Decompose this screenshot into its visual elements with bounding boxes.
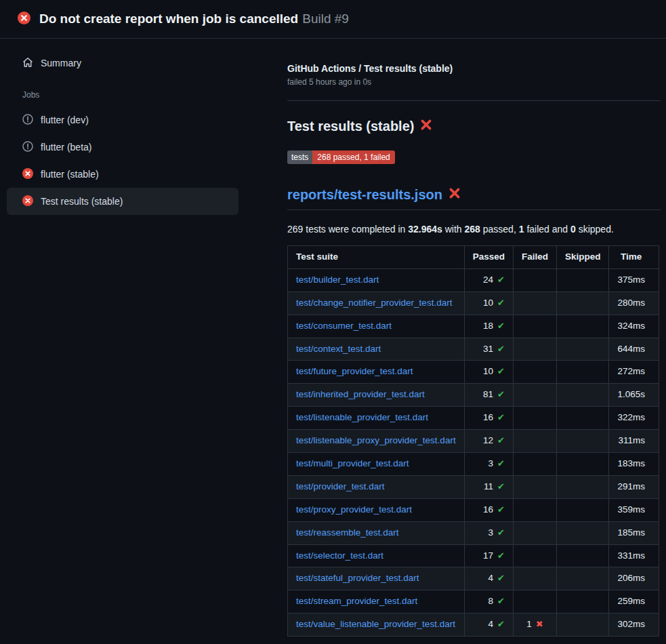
skipped-cell bbox=[556, 453, 609, 476]
summary-time: 32.964s bbox=[408, 224, 442, 235]
summary-mid3: failed and bbox=[524, 224, 571, 235]
test-suite-link[interactable]: test/selector_test.dart bbox=[296, 550, 383, 561]
time-cell: 272ms bbox=[609, 361, 659, 384]
red-x-icon bbox=[420, 119, 432, 134]
check-icon: ✔ bbox=[497, 389, 505, 399]
time-cell: 644ms bbox=[609, 338, 659, 361]
tests-badge: tests 268 passed, 1 failed bbox=[287, 150, 395, 164]
skipped-cell bbox=[556, 567, 609, 590]
test-suite-link[interactable]: test/builder_test.dart bbox=[296, 275, 379, 285]
summary-mid2: passed, bbox=[480, 224, 519, 235]
time-cell: 375ms bbox=[609, 268, 659, 291]
cross-icon: ✖ bbox=[536, 619, 543, 629]
check-icon: ✔ bbox=[497, 344, 505, 354]
section-title-text: Test results (stable) bbox=[287, 119, 414, 134]
skipped-cell bbox=[556, 315, 609, 338]
time-cell: 322ms bbox=[609, 407, 659, 430]
table-header-row: Test suite Passed Failed Skipped Time bbox=[288, 246, 659, 269]
badge-label: tests bbox=[287, 150, 312, 164]
table-row: test/future_provider_test.dart10✔272ms bbox=[288, 361, 659, 384]
table-row: test/stream_provider_test.dart8✔259ms bbox=[288, 590, 659, 613]
check-icon: ✔ bbox=[497, 321, 505, 331]
skipped-cell bbox=[556, 590, 609, 613]
test-suite-link[interactable]: test/proxy_provider_test.dart bbox=[296, 504, 412, 515]
test-suite-link[interactable]: test/context_test.dart bbox=[296, 344, 381, 354]
passed-count: 3 bbox=[488, 458, 494, 468]
test-suite-link[interactable]: test/inherited_provider_test.dart bbox=[296, 389, 425, 399]
check-icon: ✔ bbox=[497, 481, 505, 491]
test-suite-link[interactable]: test/reassemble_test.dart bbox=[296, 527, 399, 538]
header-skipped: Skipped bbox=[556, 246, 609, 269]
table-row: test/listenable_provider_test.dart16✔322… bbox=[288, 407, 659, 430]
time-cell: 311ms bbox=[609, 430, 659, 453]
passed-count: 18 bbox=[483, 321, 493, 331]
test-results-table: Test suite Passed Failed Skipped Time te… bbox=[287, 245, 659, 637]
passed-count: 8 bbox=[488, 596, 494, 606]
time-cell: 291ms bbox=[609, 475, 659, 498]
passed-count: 81 bbox=[483, 389, 493, 399]
test-suite-link[interactable]: test/value_listenable_provider_test.dart bbox=[296, 619, 455, 629]
test-suite-link[interactable]: test/listenable_proxy_provider_test.dart bbox=[296, 435, 456, 445]
passed-count: 4 bbox=[488, 619, 494, 629]
test-table-body: test/builder_test.dart24✔375mstest/chang… bbox=[288, 268, 659, 636]
check-icon: ✔ bbox=[497, 550, 505, 561]
time-cell: 1.065s bbox=[609, 384, 659, 407]
badge-value: 268 passed, 1 failed bbox=[312, 150, 394, 164]
test-suite-link[interactable]: test/provider_test.dart bbox=[296, 481, 385, 491]
main-content: GitHub Actions / Test results (stable) f… bbox=[271, 39, 666, 637]
time-cell: 259ms bbox=[609, 590, 659, 613]
passed-count: 17 bbox=[483, 550, 493, 561]
check-icon: ✔ bbox=[497, 504, 505, 515]
test-suite-link[interactable]: test/multi_provider_test.dart bbox=[296, 458, 409, 468]
check-icon: ✔ bbox=[497, 298, 505, 308]
summary-failed: 1 bbox=[519, 224, 524, 235]
table-row: test/inherited_provider_test.dart81✔1.06… bbox=[288, 384, 659, 407]
jobs-list: flutter (dev) flutter (beta) bbox=[7, 106, 238, 215]
test-suite-link[interactable]: test/future_provider_test.dart bbox=[296, 366, 413, 376]
check-icon: ✔ bbox=[497, 527, 505, 538]
sidebar-item-label: Test results (stable) bbox=[41, 196, 123, 207]
divider bbox=[287, 100, 661, 101]
failed-status-icon bbox=[18, 12, 30, 26]
test-suite-link[interactable]: test/stateful_provider_test.dart bbox=[296, 573, 419, 583]
check-icon: ✔ bbox=[497, 275, 505, 285]
check-icon: ✔ bbox=[497, 573, 505, 583]
test-suite-link[interactable]: test/change_notifier_provider_test.dart bbox=[296, 298, 452, 308]
sidebar-item-test-results-stable[interactable]: Test results (stable) bbox=[7, 188, 238, 215]
sidebar-item-summary[interactable]: Summary bbox=[7, 51, 238, 75]
failed-status-icon bbox=[22, 168, 33, 181]
report-title: reports/test-results.json bbox=[287, 187, 661, 210]
time-cell: 206ms bbox=[609, 567, 659, 590]
test-suite-link[interactable]: test/stream_provider_test.dart bbox=[296, 596, 417, 606]
passed-count: 10 bbox=[483, 298, 493, 308]
summary-skipped: 0 bbox=[570, 224, 576, 235]
table-row: test/context_test.dart31✔644ms bbox=[288, 338, 659, 361]
passed-count: 24 bbox=[483, 275, 493, 285]
skipped-cell bbox=[556, 521, 609, 544]
header-time: Time bbox=[609, 246, 659, 269]
neutral-status-icon bbox=[22, 114, 33, 127]
table-row: test/value_listenable_provider_test.dart… bbox=[288, 613, 659, 637]
summary-suffix: skipped. bbox=[576, 224, 614, 235]
sidebar-item-flutter-stable[interactable]: flutter (stable) bbox=[7, 161, 238, 188]
skipped-cell bbox=[556, 291, 609, 315]
section-title: Test results (stable) bbox=[287, 119, 661, 134]
table-row: test/multi_provider_test.dart3✔183ms bbox=[288, 453, 659, 476]
time-cell: 185ms bbox=[609, 521, 659, 544]
header-test-suite: Test suite bbox=[288, 246, 465, 269]
table-row: test/change_notifier_provider_test.dart1… bbox=[288, 291, 659, 315]
skipped-cell bbox=[556, 498, 609, 521]
passed-count: 31 bbox=[483, 344, 493, 354]
red-x-icon bbox=[449, 187, 461, 203]
check-icon: ✔ bbox=[497, 596, 505, 606]
test-suite-link[interactable]: test/listenable_provider_test.dart bbox=[296, 412, 428, 422]
passed-count: 3 bbox=[488, 527, 494, 538]
skipped-cell bbox=[556, 544, 609, 567]
sidebar-item-flutter-beta[interactable]: flutter (beta) bbox=[7, 134, 238, 161]
sidebar-item-flutter-dev[interactable]: flutter (dev) bbox=[7, 106, 238, 134]
test-suite-link[interactable]: test/consumer_test.dart bbox=[296, 321, 392, 331]
time-cell: 331ms bbox=[609, 544, 659, 567]
header-failed: Failed bbox=[513, 246, 556, 269]
build-title: Do not create report when job is cancell… bbox=[39, 12, 298, 26]
report-file-link[interactable]: reports/test-results.json bbox=[287, 187, 442, 203]
